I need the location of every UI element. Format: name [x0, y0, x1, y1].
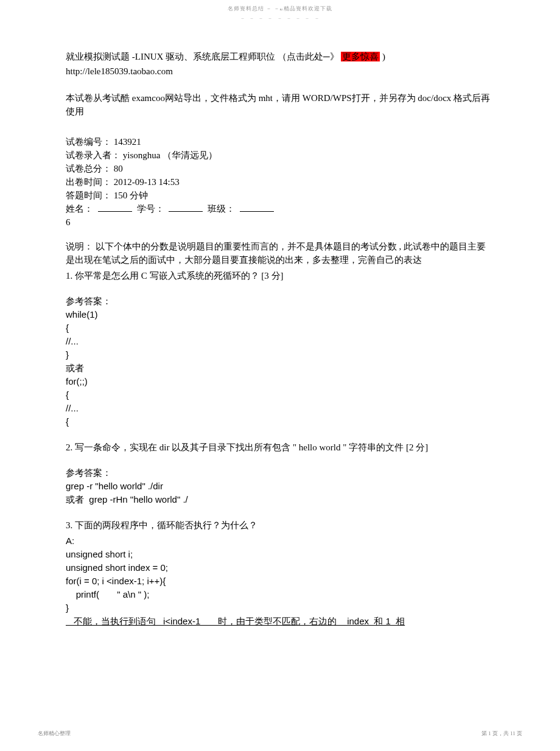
id-blank[interactable] [169, 203, 203, 212]
q2-text: 2. 写一条命令，实现在 dir 以及其子目录下找出所有包含 " hello w… [66, 441, 492, 454]
id-label: 学号： [137, 204, 164, 214]
q1-ans-0: while(1) [66, 308, 492, 321]
q1-answer: 参考答案： while(1) { //... } 或者 for(;;) { //… [66, 295, 492, 428]
q2-text-c: " 字符串的文件 [2 分] [343, 442, 428, 452]
meta-paper-no: 试卷编号： 143921 [66, 135, 492, 148]
q3-line-3: for(i = 0; i <index-1; i++){ [66, 575, 492, 588]
name-label: 姓名： [66, 204, 93, 214]
total-value: 80 [114, 164, 123, 173]
title-part1: 就业模拟测试题 -LINUX 驱动、系统底层工程师职位 （点击此处─》 [66, 52, 339, 61]
q3-line-0: A: [66, 534, 492, 548]
q3-text: 3. 下面的两段程序中，循环能否执行？为什么？ [66, 519, 492, 532]
header-dashes: － － － － － － － － － [240, 15, 321, 23]
q2-text-b: hello world [299, 442, 341, 452]
answer-time-value: 150 分钟 [114, 190, 148, 200]
header-text: 名师资料总结 － －ﾭ精品资料欢迎下载 [228, 5, 333, 12]
q2-answer: 参考答案： grep -r "hello world" ./dir 或者 gre… [66, 466, 492, 506]
total-label: 试卷总分： [66, 164, 111, 173]
q1-ans-4: 或者 [66, 362, 492, 375]
q1-ans-3: } [66, 348, 492, 362]
class-blank[interactable] [240, 203, 274, 212]
title-highlight[interactable]: 更多惊喜 [341, 52, 380, 61]
meta-answer-time: 答题时间： 150 分钟 [66, 189, 492, 202]
q1-ans-2: //... [66, 335, 492, 348]
notes-label: 说明： [66, 242, 93, 251]
q2-text-a: 2. 写一条命令，实现在 dir 以及其子目录下找出所有包含 " [66, 442, 296, 452]
q1-ans-5: for(;;) [66, 375, 492, 388]
q3-line-5: } [66, 601, 492, 615]
meta-total: 试卷总分： 80 [66, 162, 492, 175]
meta-block: 试卷编号： 143921 试卷录入者： yisonghua （华清远见） 试卷总… [66, 135, 492, 229]
meta-name-id-class: 姓名： 学号： 班级： [66, 202, 492, 215]
q1-ans-label: 参考答案： [66, 295, 492, 308]
url-link[interactable]: http://lele185039.taobao.com [66, 65, 492, 78]
q2-ans-0: grep -r "hello world" ./dir [66, 480, 492, 493]
intro-paragraph: 本试卷从考试酷 examcoo网站导出，文件格式为 mht，请用 WORD/WP… [66, 91, 492, 118]
meta-author: 试卷录入者： yisonghua （华清远见） [66, 148, 492, 162]
name-blank[interactable] [98, 203, 132, 212]
issue-time-value: 2012-09-13 14:53 [114, 177, 180, 187]
author-value: yisonghua （华清远见） [123, 150, 217, 160]
notes-paragraph: 说明： 以下个体中的分数是说明题目的重要性而言的，并不是具体题目的考试分数 , … [66, 240, 492, 267]
class-label: 班级： [208, 204, 235, 214]
author-label: 试卷录入者： [66, 150, 121, 160]
q3-underlined: 不能，当执行到语句 i<index-1 时，由于类型不匹配，右边的 index … [66, 615, 492, 628]
q2-ans-label: 参考答案： [66, 466, 492, 480]
q3-line-1: unsigned short i; [66, 548, 492, 561]
footer-right: 第 1 页，共 11 页 [481, 730, 522, 738]
q3-line-2: unsigned short index = 0; [66, 561, 492, 575]
notes-text: 以下个体中的分数是说明题目的重要性而言的，并不是具体题目的考试分数 , 此试卷中… [66, 242, 486, 265]
footer-left: 名师精心整理 [38, 730, 71, 738]
paper-no-label: 试卷编号： [66, 137, 111, 147]
answer-time-label: 答题时间： [66, 190, 111, 200]
page-header: 名师资料总结 － －ﾭ精品资料欢迎下载 [0, 5, 560, 13]
q1-ans-8: { [66, 415, 492, 428]
meta-issue-time: 出卷时间： 2012-09-13 14:53 [66, 175, 492, 189]
q1-text: 1. 你平常是怎么用 C 写嵌入式系统的死循环的？ [3 分] [66, 269, 492, 282]
q3-line-4: printf( " a\n " ); [66, 588, 492, 601]
q1-ans-1: { [66, 321, 492, 335]
issue-time-label: 出卷时间： [66, 177, 111, 187]
title-part2: ) [382, 52, 385, 61]
page-body: 就业模拟测试题 -LINUX 驱动、系统底层工程师职位 （点击此处─》 更多惊喜… [66, 50, 492, 628]
q2-ans-1: 或者 grep -rHn "hello world" ./ [66, 493, 492, 506]
meta-extra-six: 6 [66, 215, 492, 229]
title-line: 就业模拟测试题 -LINUX 驱动、系统底层工程师职位 （点击此处─》 更多惊喜… [66, 50, 492, 63]
paper-no-value: 143921 [114, 137, 141, 147]
q1-ans-7: //... [66, 402, 492, 415]
q1-ans-6: { [66, 388, 492, 402]
